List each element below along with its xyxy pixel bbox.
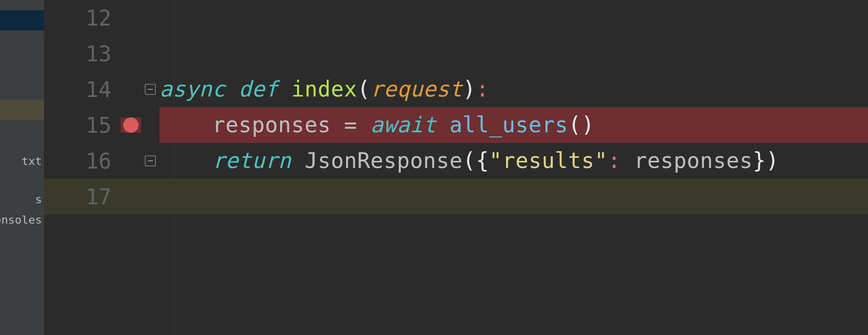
code-line[interactable]: 16 return JsonResponse({"results": respo… bbox=[44, 143, 868, 179]
code-text[interactable]: async def index(request): bbox=[159, 71, 868, 107]
fold-collapse-icon[interactable] bbox=[145, 155, 156, 166]
line-number: 14 bbox=[44, 77, 121, 102]
line-number: 15 bbox=[44, 113, 121, 138]
code-editor[interactable]: 121314async def index(request):15 respon… bbox=[44, 0, 868, 335]
code-token: return bbox=[212, 148, 305, 173]
sidebar-item[interactable] bbox=[0, 100, 44, 120]
code-line[interactable]: 14async def index(request): bbox=[44, 71, 868, 107]
code-token: : bbox=[608, 148, 634, 173]
line-number: 16 bbox=[44, 149, 121, 174]
code-token: }) bbox=[752, 148, 779, 173]
code-token: = bbox=[344, 112, 371, 137]
code-text[interactable] bbox=[159, 36, 868, 71]
code-token: responses bbox=[634, 148, 752, 173]
code-token: ) bbox=[463, 77, 476, 102]
code-token: async bbox=[159, 77, 239, 102]
line-number: 13 bbox=[44, 41, 121, 66]
fold-gutter[interactable] bbox=[141, 84, 159, 95]
sidebar-item[interactable]: onsoles bbox=[0, 209, 44, 230]
code-text[interactable]: return JsonResponse({"results": response… bbox=[159, 143, 868, 179]
code-token: def bbox=[239, 77, 291, 102]
code-token: request bbox=[371, 77, 463, 102]
sidebar-item[interactable]: s bbox=[0, 189, 44, 209]
breakpoint-gutter[interactable] bbox=[121, 117, 141, 133]
sidebar-item[interactable]: txt bbox=[0, 151, 44, 171]
code-line[interactable]: 17 bbox=[44, 179, 868, 214]
code-token: ( bbox=[357, 77, 371, 102]
code-token: await bbox=[371, 112, 450, 137]
code-token: "results" bbox=[489, 148, 608, 173]
code-token: ({ bbox=[463, 148, 489, 173]
code-text[interactable] bbox=[159, 179, 868, 214]
sidebar-item[interactable] bbox=[0, 10, 44, 31]
code-token bbox=[159, 148, 212, 173]
code-token: : bbox=[476, 77, 489, 102]
code-line[interactable]: 13 bbox=[44, 36, 868, 71]
code-line[interactable]: 12 bbox=[44, 0, 868, 36]
app-root: txtsonsoles 121314async def index(reques… bbox=[0, 0, 868, 335]
file-tree-sidebar[interactable]: txtsonsoles bbox=[0, 0, 44, 335]
line-number: 12 bbox=[44, 6, 121, 31]
code-text[interactable] bbox=[159, 0, 868, 36]
code-token: JsonResponse bbox=[305, 148, 463, 173]
code-token: index bbox=[291, 77, 357, 102]
code-token: responses bbox=[159, 112, 344, 137]
fold-collapse-icon[interactable] bbox=[145, 84, 156, 95]
breakpoint-icon[interactable] bbox=[123, 117, 139, 133]
code-text[interactable]: responses = await all_users() bbox=[159, 107, 868, 143]
code-token: all_users bbox=[449, 112, 568, 137]
fold-gutter[interactable] bbox=[141, 155, 159, 166]
line-number: 17 bbox=[44, 184, 121, 209]
code-token: () bbox=[568, 112, 595, 137]
code-line[interactable]: 15 responses = await all_users() bbox=[44, 107, 868, 143]
